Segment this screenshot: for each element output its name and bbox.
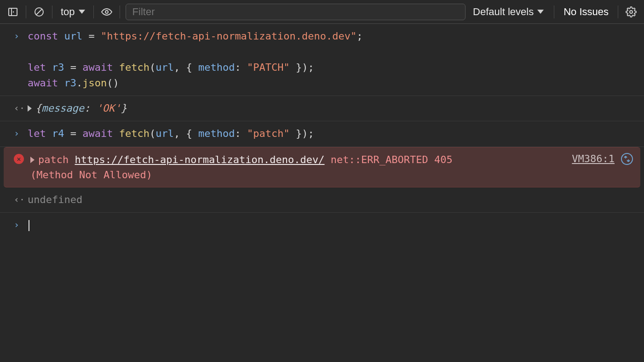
toolbar-separator <box>93 6 94 18</box>
toggle-sidebar-icon[interactable] <box>6 5 20 19</box>
expand-arrow-icon[interactable] <box>28 105 32 112</box>
log-levels-dropdown[interactable]: Default levels <box>468 6 548 18</box>
prompt-input[interactable] <box>28 217 635 233</box>
toolbar-separator <box>618 6 618 18</box>
input-marker-icon: › <box>14 217 28 232</box>
console-input-row[interactable]: ›const url = "https://fetch-api-normaliz… <box>0 24 644 96</box>
output-marker-icon: ‹· <box>14 101 28 115</box>
console-prompt-row[interactable]: › <box>0 213 644 238</box>
console-input-row[interactable]: ›let r4 = await fetch(url, { method: "pa… <box>0 121 644 147</box>
console-output-row[interactable]: ‹·{message: 'OK'} <box>0 96 644 121</box>
chevron-down-icon <box>537 10 544 14</box>
clear-console-icon[interactable] <box>32 5 46 19</box>
context-selector[interactable]: top <box>58 6 88 18</box>
chevron-down-icon <box>79 10 85 14</box>
text-cursor <box>29 220 29 231</box>
toolbar-separator <box>26 6 26 18</box>
console-output-row: ‹·undefined <box>0 187 644 213</box>
reload-xhr-icon[interactable] <box>621 153 633 165</box>
code-content: let r4 = await fetch(url, { method: "pat… <box>28 126 635 141</box>
issues-label: No Issues <box>564 6 609 17</box>
error-source-link[interactable]: VM386:1 <box>572 153 615 164</box>
log-levels-label: Default levels <box>473 6 534 18</box>
settings-icon[interactable] <box>624 5 638 19</box>
expand-arrow-icon[interactable] <box>30 157 34 163</box>
console-output[interactable]: ›const url = "https://fetch-api-normaliz… <box>0 24 644 238</box>
svg-point-5 <box>630 11 632 13</box>
svg-point-4 <box>105 11 108 13</box>
error-icon: ✕ <box>14 154 24 164</box>
filter-input[interactable] <box>126 4 466 20</box>
console-toolbar: top Default levels No Issues <box>0 0 644 24</box>
issues-button[interactable]: No Issues <box>560 6 612 18</box>
input-marker-icon: › <box>14 28 28 43</box>
output-marker-icon: ‹· <box>14 192 28 207</box>
input-marker-icon: › <box>14 126 28 141</box>
console-error-row[interactable]: ✕ patch https://fetch-api-normalization.… <box>4 147 640 187</box>
error-url-link[interactable]: https://fetch-api-normalization.deno.dev… <box>75 154 324 165</box>
error-message: patch https://fetch-api-normalization.de… <box>30 152 567 182</box>
context-label: top <box>61 6 75 18</box>
toolbar-separator <box>52 6 52 18</box>
live-expression-icon[interactable] <box>99 5 114 19</box>
undefined-value: undefined <box>28 194 82 205</box>
toolbar-separator <box>120 6 120 18</box>
toolbar-separator <box>554 6 554 18</box>
code-content: const url = "https://fetch-api-normaliza… <box>28 28 635 91</box>
svg-line-3 <box>36 9 42 15</box>
object-preview[interactable]: {message: 'OK'} <box>28 101 635 116</box>
